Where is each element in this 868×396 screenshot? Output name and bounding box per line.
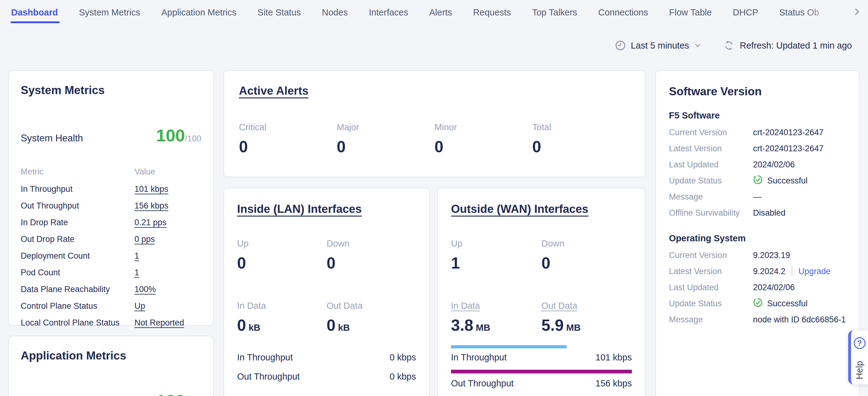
sv-key: Update Status [669,299,753,308]
refresh-control[interactable]: Refresh: Updated 1 min ago [723,39,852,51]
in-data-link[interactable]: In Data [451,301,541,311]
tab-system-metrics[interactable]: System Metrics [79,0,140,25]
top-nav: Dashboard System Metrics Application Met… [0,0,868,25]
sv-row: Latest Version 9.2024.2 Upgrade [669,263,846,279]
application-metrics-title: Application Metrics [21,349,201,362]
tab-connections[interactable]: Connections [598,0,648,25]
stat-critical: Critical 0 [239,122,337,156]
system-metrics-card: System Metrics System Health 100/100 Met… [8,70,214,326]
sv-key: Update Status [669,176,753,186]
operating-system-rows: Current Version9.2023.19 Latest Version … [669,247,846,328]
sv-value: 9.2024.2 Upgrade [753,266,831,276]
sv-value: Successful [753,175,808,187]
metric-value-link[interactable]: 100% [134,285,156,294]
stat-minor: Minor 0 [435,122,532,156]
wan-throughput-section: In Throughput 101 kbps Out Throughput 15… [451,345,632,389]
stat-unit: kB [338,322,350,333]
sv-value: 2024/02/06 [753,160,795,170]
metric-value-link[interactable]: Not Reported [134,318,184,328]
tab-site-status[interactable]: Site Status [257,0,301,25]
help-button[interactable]: ? Help [848,331,868,384]
throughput-label: Out Throughput [237,372,300,382]
table-row: Local Control Plane StatusNot Reported [21,314,201,331]
time-range-picker[interactable]: Last 5 minutes [615,40,702,51]
f5-software-rows: Current Versioncrt-20240123-2647 Latest … [669,124,846,221]
tab-flow-table[interactable]: Flow Table [669,0,712,25]
tab-top-talkers[interactable]: Top Talkers [532,0,577,25]
sv-key: Current Version [669,251,753,260]
sv-row: Message— [669,189,846,205]
table-row: Out Throughput156 kbps [21,197,201,214]
table-row: In Drop Rate0.21 pps [21,214,201,231]
interfaces-row: Inside (LAN) Interfaces Up 0 Down 0 [223,188,645,396]
upgrade-link[interactable]: Upgrade [799,267,831,276]
stat-value: 0 [337,137,434,156]
metric-value-link[interactable]: 1 [134,251,139,261]
update-status-text: Successful [767,299,808,308]
f5-software-heading: F5 Software [669,110,846,121]
tab-alerts[interactable]: Alerts [429,0,452,25]
metric-label: In Throughput [21,185,134,194]
time-range-value: Last 5 minutes [631,40,689,51]
tab-dashboard[interactable]: Dashboard [11,0,58,25]
system-health-total: /100 [185,134,201,143]
active-alerts-title-link[interactable]: Active Alerts [239,84,630,97]
stat-label: Minor [435,122,532,133]
metric-label: In Drop Rate [21,218,134,227]
tab-application-metrics[interactable]: Application Metrics [161,0,237,25]
throughput-value: 101 kbps [595,352,632,363]
stat-label: Total [532,122,630,133]
column-right: Software Version F5 Software Current Ver… [655,70,860,396]
tab-requests[interactable]: Requests [473,0,511,25]
tab-dhcp[interactable]: DHCP [733,0,758,25]
sv-key: Last Updated [669,283,753,292]
wan-down-stat: Down 0 [541,238,632,272]
success-check-icon [753,298,763,310]
toolbar: Last 5 minutes Refresh: Updated 1 min ag… [0,37,868,54]
metric-value-link[interactable]: 101 kbps [134,185,168,194]
wan-interfaces-title-link[interactable]: Outside (WAN) Interfaces [451,203,632,216]
sv-row: Current Version9.2023.19 [669,247,846,263]
stat-value: 1 [451,254,541,272]
throughput-label: In Throughput [237,352,293,363]
chevron-right-icon [852,7,862,18]
software-version-card: Software Version F5 Software Current Ver… [655,70,860,396]
help-question-icon: ? [854,337,866,349]
lan-in-data-stat: In Data 0kB [237,301,327,334]
tab-status-objects[interactable]: Status Ob [779,0,819,25]
tab-interfaces[interactable]: Interfaces [369,0,408,25]
refresh-status-text: Refresh: Updated 1 min ago [740,40,852,51]
stat-label: Up [451,238,541,249]
operating-system-heading: Operating System [669,233,846,244]
out-data-link[interactable]: Out Data [541,301,632,311]
sv-key: Current Version [669,128,753,137]
metric-value-link[interactable]: 1 [134,268,139,278]
stat-unit: MB [476,322,490,333]
metric-value-link[interactable]: Up [134,301,145,311]
stat-label: Down [541,238,632,249]
nav-scroll-right-button[interactable] [851,6,863,19]
sv-row: Last Updated2024/02/06 [669,279,846,295]
metric-label: Out Drop Rate [21,234,134,244]
value-column-header: Value [134,167,155,177]
lan-interfaces-title-link[interactable]: Inside (LAN) Interfaces [237,203,416,216]
throughput-label: In Throughput [451,352,507,363]
system-metrics-title: System Metrics [21,84,201,97]
metric-column-header: Metric [21,167,134,177]
metric-value-link[interactable]: 0.21 pps [134,218,166,227]
wan-out-throughput-row: Out Throughput 156 kbps [451,378,632,389]
lan-out-throughput-row: Out Throughput 0 kbps [237,372,416,382]
tab-nodes[interactable]: Nodes [322,0,348,25]
sv-row: Latest Versioncrt-20240123-2647 [669,140,846,157]
sv-key: Last Updated [669,160,753,170]
metric-value-link[interactable]: 156 kbps [134,201,168,211]
metric-value-link[interactable]: 0 pps [134,234,155,244]
wan-in-data-stat: In Data 3.8MB [451,301,541,334]
sv-value: Successful [753,298,808,310]
stat-total: Total 0 [532,122,630,156]
lan-down-stat: Down 0 [327,238,416,272]
dashboard-page: Dashboard System Metrics Application Met… [0,0,868,396]
system-metrics-table: Metric Value In Throughput101 kbps Out T… [21,163,201,331]
table-row: In Throughput101 kbps [21,181,201,197]
wan-out-data-stat: Out Data 5.9MB [541,301,632,334]
